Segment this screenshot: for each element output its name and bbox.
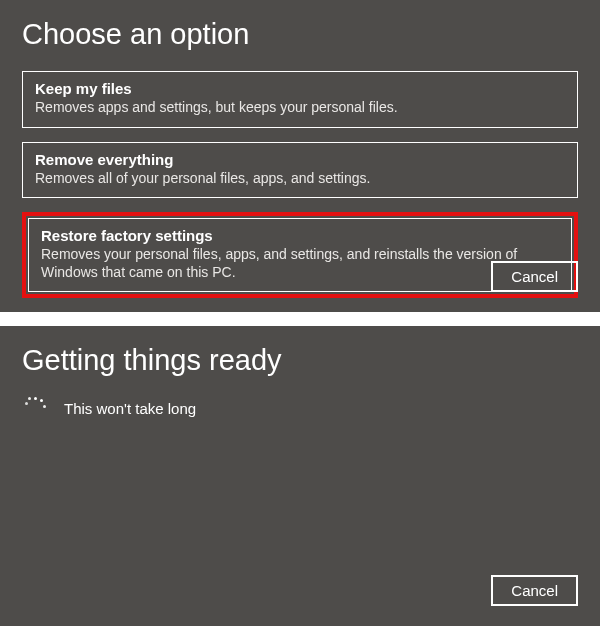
option-keep-my-files[interactable]: Keep my files Removes apps and settings,…	[22, 71, 578, 128]
panel-gap	[0, 312, 600, 326]
option-desc: Removes your personal files, apps, and s…	[41, 246, 559, 281]
cancel-button[interactable]: Cancel	[491, 575, 578, 606]
option-desc: Removes apps and settings, but keeps you…	[35, 99, 565, 117]
option-title: Keep my files	[35, 80, 565, 97]
choose-option-title: Choose an option	[22, 18, 578, 51]
choose-option-panel: Choose an option Keep my files Removes a…	[0, 0, 600, 312]
option-title: Restore factory settings	[41, 227, 559, 244]
option-remove-everything[interactable]: Remove everything Removes all of your pe…	[22, 142, 578, 199]
option-title: Remove everything	[35, 151, 565, 168]
spinner-icon	[26, 397, 48, 419]
ready-row: This won't take long	[22, 397, 578, 419]
cancel-button[interactable]: Cancel	[491, 261, 578, 292]
getting-ready-title: Getting things ready	[22, 344, 578, 377]
getting-ready-panel: Getting things ready This won't take lon…	[0, 326, 600, 626]
option-desc: Removes all of your personal files, apps…	[35, 170, 565, 188]
ready-message: This won't take long	[64, 400, 196, 417]
